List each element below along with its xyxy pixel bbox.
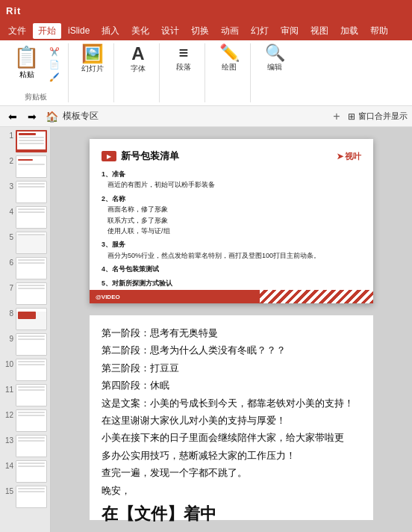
editing-button[interactable]: 🔍 编辑 (260, 43, 290, 74)
toolbar-bar: ⬅ ➡ 🏠 模板专区 + ⊞ 窗口合并显示 (0, 106, 412, 127)
editing-label: 编辑 (267, 62, 282, 72)
format-painter-icon: 🖌️ (49, 72, 60, 82)
add-tab-button[interactable]: + (328, 108, 345, 125)
notes-area[interactable]: 第一阶段：思考有无奥特曼 第二阶段：思考为什么人类没有冬眠？？？ 第三阶段：打豆… (90, 315, 373, 520)
slide-thumb-11[interactable]: 11 (3, 384, 47, 406)
drawing-button[interactable]: ✏️ 绘图 (214, 43, 244, 74)
note-line-4: 第四阶段：休眠 (102, 377, 361, 394)
slide-stripe (260, 290, 373, 303)
slide-icon: 🖼️ (81, 45, 104, 63)
slide-thumb-13[interactable]: 13 (3, 435, 47, 457)
slide-img-8 (16, 308, 47, 330)
slide-label: 幻灯片 (81, 64, 104, 74)
menu-insert[interactable]: 插入 (96, 23, 125, 39)
section-2-item-2: 联系方式，多了形象 (102, 215, 361, 226)
slide-button[interactable]: 🖼️ 幻灯片 (78, 43, 107, 75)
menu-file[interactable]: 文件 (3, 23, 31, 39)
menu-start[interactable]: 开始 (33, 23, 61, 39)
nav-forward-icon[interactable]: ➡ (24, 108, 40, 125)
slide-group: 🖼️ 幻灯片 (75, 43, 114, 102)
paste-button[interactable]: 📋 粘贴 (9, 43, 44, 83)
slide-num-7: 7 (3, 282, 13, 292)
ribbon: 📋 粘贴 ✂️ 📄 🖌️ 剪贴板 🖼️ 幻灯片 (0, 40, 412, 106)
menu-design[interactable]: 设计 (156, 23, 184, 39)
slide-panel[interactable]: 1 2 3 (0, 127, 51, 532)
home-icon[interactable]: 🏠 (43, 108, 60, 125)
editing-icon: 🔍 (265, 45, 285, 61)
slide-num-10: 10 (3, 359, 13, 368)
section-4-title: 4、名号包装策测试 (102, 264, 361, 274)
slide-img-12 (16, 409, 47, 432)
slide-num-2: 2 (3, 155, 13, 165)
section-1-title: 1、准备 (102, 169, 361, 179)
slide-img-5 (16, 232, 47, 254)
paste-label: 粘贴 (19, 69, 34, 80)
note-line-8: 多办公实用技巧，慈断减轻大家的工作压力！ (102, 447, 361, 464)
slide-img-3 (16, 181, 47, 203)
slide-img-2 (16, 155, 47, 178)
menu-help[interactable]: 帮助 (365, 23, 393, 39)
copy-button[interactable]: 📄 (47, 59, 62, 70)
paragraph-button[interactable]: ≡ 段落 (169, 43, 199, 74)
slide-thumb-1[interactable]: 1 (3, 130, 47, 152)
menu-slideshow[interactable]: 幻灯 (246, 23, 274, 39)
slide-thumb-10[interactable]: 10 (3, 359, 47, 381)
slide-content: 1、准备 画近的有图片，初始可以粉手影装备 2、名称 画面名称，修了形象 联系方… (102, 169, 361, 288)
logo-text: ➤ 视叶 (337, 151, 361, 162)
section-2-title: 2、名称 (102, 194, 361, 204)
slide-img-14 (16, 460, 47, 483)
menu-islide[interactable]: iSlide (63, 24, 95, 37)
slide-thumb-7[interactable]: 7 (3, 282, 47, 305)
menu-transition[interactable]: 切换 (186, 23, 214, 39)
note-line-1: 第一阶段：思考有无奥特曼 (102, 324, 361, 341)
slide-thumb-9[interactable]: 9 (3, 333, 47, 356)
menu-review[interactable]: 审阅 (275, 23, 304, 39)
font-group: A 字体 (120, 43, 160, 102)
slide-num-6: 6 (3, 257, 13, 267)
slide-thumb-3[interactable]: 3 (3, 181, 47, 203)
copy-icon: 📄 (49, 60, 60, 69)
menu-view[interactable]: 视图 (305, 23, 334, 39)
slide-thumb-12[interactable]: 12 (3, 409, 47, 432)
slide-main-title: 新号包装清单 (121, 149, 179, 163)
section-2-item-3: 使用人联，等与证/组 (102, 226, 361, 236)
menu-beautify[interactable]: 美化 (126, 23, 154, 39)
note-line-6: 在这里谢谢大家伙儿对小美的支持与厚爱！ (102, 412, 361, 429)
slide-thumb-6[interactable]: 6 (3, 257, 47, 279)
nav-back-icon[interactable]: ⬅ (4, 108, 21, 125)
slide-img-15 (16, 486, 47, 508)
slide-num-5: 5 (3, 232, 13, 241)
breadcrumb-text: 模板专区 (63, 110, 99, 123)
paragraph-group: ≡ 段落 (166, 43, 205, 102)
main-area: 1 2 3 (0, 127, 412, 532)
section-3-title: 3、服务 (102, 239, 361, 250)
note-line-7: 小美在接下来的日子里面会继续陪伴大家，给大家带啦更 (102, 429, 361, 446)
slide-thumb-15[interactable]: 15 (3, 486, 47, 508)
note-line-5: 这是文案：小美的号成长到今天，都靠老铁对小美的支持！ (102, 395, 361, 412)
drawing-icon: ✏️ (219, 45, 240, 61)
slide-thumb-8[interactable]: 8 (3, 308, 47, 330)
slide-img-6 (16, 257, 47, 279)
menu-bar: 文件 开始 iSlide 插入 美化 设计 切换 动画 幻灯 审阅 视图 加载 … (0, 21, 412, 40)
slide-img-10 (16, 359, 47, 381)
slide-thumb-2[interactable]: 2 (3, 155, 47, 178)
note-line-10: 晚安， (102, 482, 361, 499)
slide-thumb-5[interactable]: 5 (3, 232, 47, 254)
slide-canvas: 新号包装清单 ➤ 视叶 1、准备 画近的有图片，初始可以粉手影装备 2、名称 画… (90, 139, 373, 303)
slide-thumb-4[interactable]: 4 (3, 206, 47, 229)
font-icon: A (131, 45, 144, 63)
drawing-group: ✏️ 绘图 (211, 43, 251, 102)
menu-addins[interactable]: 加载 (335, 23, 363, 39)
window-options: ⊞ 窗口合并显示 (348, 111, 408, 122)
font-button[interactable]: A 字体 (123, 43, 153, 75)
format-painter-button[interactable]: 🖌️ (47, 72, 62, 83)
menu-animation[interactable]: 动画 (216, 23, 244, 39)
cut-button[interactable]: ✂️ (47, 46, 62, 58)
logo-label: 视叶 (345, 151, 361, 162)
slide-num-14: 14 (3, 460, 13, 470)
slide-thumb-14[interactable]: 14 (3, 460, 47, 483)
note-line-9: 查完一遍，发现一个字都不跳了。 (102, 464, 361, 481)
slide-bottom-bar: @VIDEO (90, 290, 373, 303)
slide-video-label: @VIDEO (96, 294, 120, 300)
editor-area[interactable]: 新号包装清单 ➤ 视叶 1、准备 画近的有图片，初始可以粉手影装备 2、名称 画… (51, 127, 412, 532)
